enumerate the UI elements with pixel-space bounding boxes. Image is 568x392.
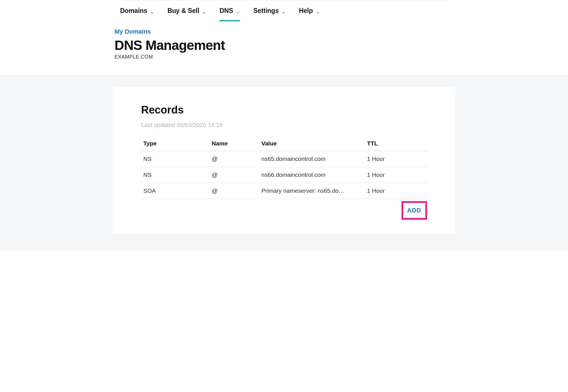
column-header-type: Type xyxy=(141,136,210,151)
cell-name: @ xyxy=(209,151,259,167)
cell-value: Primary nameserver: ns65.do… xyxy=(259,183,365,199)
chevron-down-icon xyxy=(316,9,320,13)
cell-ttl: 1 Hour xyxy=(365,183,427,199)
page-title: DNS Management xyxy=(115,38,454,53)
cell-value: ns66.domaincontrol.com xyxy=(259,167,365,183)
cell-name: @ xyxy=(209,183,259,199)
chevron-down-icon xyxy=(202,9,206,13)
nav-tabs: Domains Buy & Sell DNS Settings Help xyxy=(115,0,454,21)
records-table: Type Name Value TTL NS @ ns65.domaincont… xyxy=(141,136,427,199)
nav-tab-buy-sell[interactable]: Buy & Sell xyxy=(168,7,206,21)
cell-name: @ xyxy=(209,167,259,183)
column-header-value: Value xyxy=(259,136,365,151)
table-row[interactable]: NS @ ns66.domaincontrol.com 1 Hour xyxy=(141,167,427,183)
add-button[interactable]: ADD xyxy=(407,207,421,214)
nav-tab-help[interactable]: Help xyxy=(299,7,320,21)
last-updated: Last updated 02/03/2020 14:19 xyxy=(141,122,427,128)
nav-tab-label: Buy & Sell xyxy=(168,7,200,15)
chevron-down-icon xyxy=(150,9,154,13)
nav-tab-domains[interactable]: Domains xyxy=(120,7,154,21)
nav-tab-label: Domains xyxy=(120,7,147,15)
breadcrumb-my-domains[interactable]: My Domains xyxy=(115,21,454,38)
chevron-down-icon xyxy=(236,9,240,13)
nav-tab-label: DNS xyxy=(219,7,233,15)
nav-tab-label: Help xyxy=(299,7,313,15)
cell-type: NS xyxy=(141,151,210,167)
column-header-ttl: TTL xyxy=(365,136,427,151)
cell-type: SOA xyxy=(141,183,210,199)
add-button-highlight: ADD xyxy=(402,201,427,220)
domain-name: EXAMPLE.COM xyxy=(115,54,454,60)
table-row[interactable]: NS @ ns65.domaincontrol.com 1 Hour xyxy=(141,151,427,167)
cell-ttl: 1 Hour xyxy=(365,151,427,167)
cell-ttl: 1 Hour xyxy=(365,167,427,183)
records-card: Records Last updated 02/03/2020 14:19 Ty… xyxy=(113,87,455,234)
cell-type: NS xyxy=(141,167,210,183)
records-title: Records xyxy=(141,104,427,116)
nav-tab-settings[interactable]: Settings xyxy=(253,7,286,21)
chevron-down-icon xyxy=(282,9,286,13)
nav-tab-label: Settings xyxy=(253,7,279,15)
column-header-name: Name xyxy=(209,136,259,151)
table-row[interactable]: SOA @ Primary nameserver: ns65.do… 1 Hou… xyxy=(141,183,427,199)
nav-tab-dns[interactable]: DNS xyxy=(219,7,240,21)
cell-value: ns65.domaincontrol.com xyxy=(259,151,365,167)
